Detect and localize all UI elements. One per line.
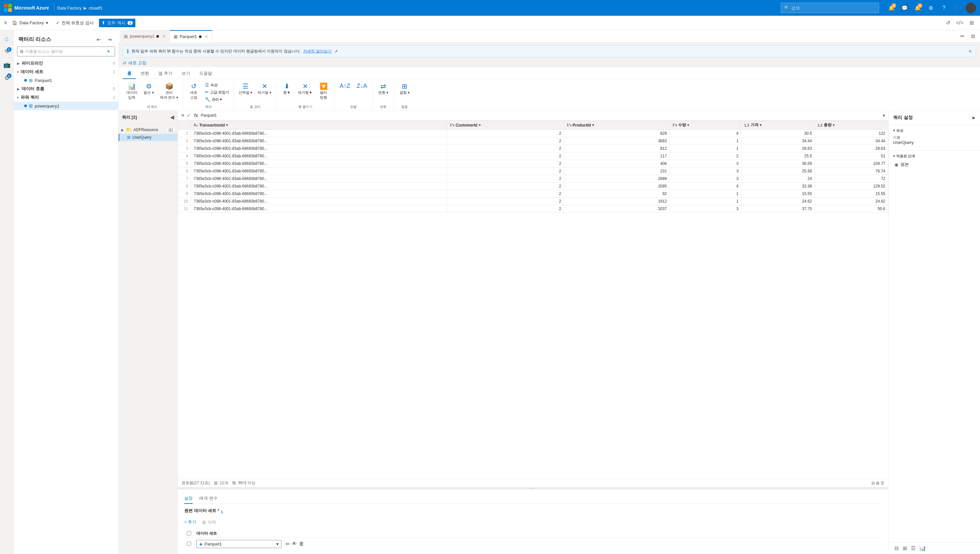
productid-col-menu[interactable]: ▾: [592, 123, 594, 127]
powerquery-item-powerquery1[interactable]: ⊞ powerquery1: [14, 102, 118, 110]
col-header-price[interactable]: 1.2 가격 ▾: [741, 121, 815, 130]
formula-cancel-icon[interactable]: ✕: [180, 112, 186, 119]
sort-asc-button[interactable]: A↑Z: [337, 82, 353, 91]
dataset-item-parquet1[interactable]: ⊞ Parquet1: [14, 76, 118, 84]
options-button[interactable]: ⚙ 옵션 ▾: [141, 82, 157, 96]
chart-bottom-icon[interactable]: 📊: [918, 544, 927, 553]
select-columns-button[interactable]: ☰ 선택열 ▾: [237, 82, 255, 96]
delete-dataset-button[interactable]: 🗑 삭제: [202, 519, 216, 525]
grid-view-button[interactable]: ⊞: [967, 18, 976, 27]
resources-search-box[interactable]: ⊟ +: [17, 46, 115, 56]
sidebar-icon-monitor[interactable]: 📺: [1, 59, 13, 71]
bottom-tab-params[interactable]: 매개 변수: [199, 494, 218, 504]
select-all-checkbox[interactable]: [187, 531, 191, 535]
combine-button[interactable]: ⊞ 결합 ▾: [396, 82, 412, 96]
powerquery-section-header[interactable]: ▾ 파워 쿼리 1: [14, 93, 118, 102]
new-refresh-button[interactable]: ↺ 새로고침: [186, 82, 202, 101]
breadcrumb-item-instance[interactable]: ctoadf1: [89, 6, 103, 11]
data-grid-container[interactable]: Aₓ TransactionId ▾ 1²₃ CustomerId: [178, 120, 888, 479]
home-button[interactable]: 🏠 Data Factory ▾: [10, 19, 51, 27]
info-close-button[interactable]: ✕: [969, 49, 972, 54]
feedback-icon[interactable]: 💬: [899, 2, 910, 14]
transform-button[interactable]: ⇄ 변환 ▾: [375, 82, 391, 96]
info-link[interactable]: 자세히 알아보기: [303, 49, 332, 54]
manage-small-button[interactable]: 🔧 관리 ▾: [203, 96, 231, 103]
table-view-icon[interactable]: ☰: [881, 481, 884, 486]
info-tooltip-icon[interactable]: ℹ: [221, 510, 223, 514]
data-input-button[interactable]: 📊 데이터입력: [124, 82, 140, 101]
table-bottom-icon[interactable]: ☰: [910, 544, 917, 553]
refresh-toolbar-button[interactable]: ↺: [943, 18, 953, 27]
quantity-col-menu[interactable]: ▾: [687, 123, 689, 127]
price-col-menu[interactable]: ▾: [760, 123, 761, 127]
col-header-total[interactable]: 1.2 총량 ▾: [815, 121, 888, 130]
sidebar-icon-author[interactable]: ✎ 2: [1, 46, 13, 58]
total-col-menu[interactable]: ▾: [833, 123, 834, 127]
expand-resources-button[interactable]: ⇥: [105, 35, 114, 44]
publish-button[interactable]: ⬆ 모두 게시 1: [99, 19, 135, 27]
col-header-productid[interactable]: 1²₃ ProductId ▾: [564, 121, 670, 130]
bottom-tab-settings[interactable]: 설정: [184, 494, 193, 504]
steps-view-icon[interactable]: ⊟: [872, 481, 875, 486]
col-header-transactionid[interactable]: Aₓ TransactionId ▾: [191, 121, 447, 130]
add-resource-button[interactable]: +: [105, 47, 112, 56]
avatar[interactable]: [966, 3, 976, 13]
dataset-selector[interactable]: ◈ Parquet1 ▾: [196, 540, 282, 548]
tab-powerquery1[interactable]: ⊞ powerquery1 ✕: [120, 30, 170, 43]
columns-bottom-icon[interactable]: ⊞: [901, 544, 908, 553]
profile-icon[interactable]: 👤: [951, 2, 963, 14]
ribbon-tab-transform[interactable]: 변환: [136, 68, 154, 79]
steps-bottom-icon[interactable]: ⊟: [893, 544, 900, 553]
help-icon[interactable]: ?: [938, 2, 950, 14]
transactionid-col-menu[interactable]: ▾: [226, 123, 228, 127]
query-group-adfresource[interactable]: ▶ 📁 ADFResource [1]: [119, 126, 177, 134]
col-header-customerid[interactable]: 1²₃ CustomerId ▾: [447, 121, 564, 130]
remove-columns-button[interactable]: ✕ 제거열 ▾: [256, 82, 274, 96]
col-header-quantity[interactable]: 1²₃ 수량 ▾: [670, 121, 741, 130]
pipeline-section-header[interactable]: ▶ 파이프라인 0: [14, 59, 118, 67]
edit-view-button[interactable]: ✏: [958, 32, 967, 41]
delete-row-icon[interactable]: 🗑: [299, 541, 304, 547]
refresh-button[interactable]: ↺ 새로 고침: [123, 60, 146, 66]
collapse-resources-button[interactable]: ⇤: [94, 35, 103, 44]
validate-button[interactable]: ✓ 전체 유효성 검사: [53, 19, 96, 27]
qs-expand-button[interactable]: ▶: [972, 115, 975, 120]
qs-step-source[interactable]: ◉ 원본: [893, 161, 975, 169]
sidebar-icon-home[interactable]: ⌂: [1, 33, 13, 45]
split-view-button[interactable]: ⧉: [968, 32, 977, 41]
sort-desc-button[interactable]: Z↓A: [354, 82, 370, 91]
tab-parquet1[interactable]: ⊞ Parquet1 ✕: [170, 30, 212, 43]
filter-rows-button[interactable]: 🔽 필터팅행: [316, 82, 331, 101]
dataset-checkbox[interactable]: [187, 541, 191, 546]
dataflow-section-header[interactable]: ▶ 데이터 흐름 0: [14, 84, 118, 93]
ribbon-tab-add-column[interactable]: 열 추가: [154, 68, 177, 79]
notification-icon[interactable]: 🔔 8: [886, 2, 897, 14]
search-input[interactable]: [791, 6, 875, 11]
tab-powerquery-close-icon[interactable]: ✕: [162, 34, 165, 39]
breadcrumb-item-datafactory[interactable]: Data Factory: [57, 6, 81, 11]
global-search[interactable]: 🔍: [781, 3, 879, 13]
dataset-section-header[interactable]: ▾ 데이터 세트 1: [14, 67, 118, 76]
ribbon-tab-home[interactable]: 홈: [123, 68, 136, 79]
formula-expand-icon[interactable]: ▾: [882, 112, 886, 119]
settings-icon[interactable]: ⚙: [925, 2, 937, 14]
ribbon-tab-help[interactable]: 도움말: [195, 68, 216, 79]
remove-rows-button[interactable]: ✕ 제거행▼: [296, 82, 314, 96]
edit-dataset-icon[interactable]: ✏: [285, 541, 290, 547]
add-dataset-button[interactable]: + 추가: [184, 519, 196, 525]
code-view-button[interactable]: </>: [955, 18, 964, 27]
formula-input[interactable]: [200, 113, 880, 118]
alerts-icon[interactable]: 🔔 6: [912, 2, 924, 14]
formula-confirm-icon[interactable]: ✓: [186, 112, 191, 119]
collapse-query-panel-button[interactable]: ◀: [170, 114, 174, 120]
advanced-editor-button[interactable]: ✏ 고급 편집기: [203, 89, 231, 96]
ribbon-tab-view[interactable]: 보기: [177, 68, 195, 79]
manage-params-button[interactable]: 📦 관리매개 변수 ▾: [158, 82, 180, 101]
preview-dataset-icon[interactable]: 👁: [292, 541, 297, 547]
customerid-col-menu[interactable]: ▾: [479, 123, 480, 127]
resources-search-input[interactable]: [25, 49, 103, 54]
properties-small-button[interactable]: ☰ 속성: [203, 82, 231, 88]
sidebar-icon-manage[interactable]: ⚙ 2: [1, 72, 13, 84]
tab-parquet-close-icon[interactable]: ✕: [205, 34, 208, 39]
columns-view-icon[interactable]: ⊞: [876, 481, 880, 486]
